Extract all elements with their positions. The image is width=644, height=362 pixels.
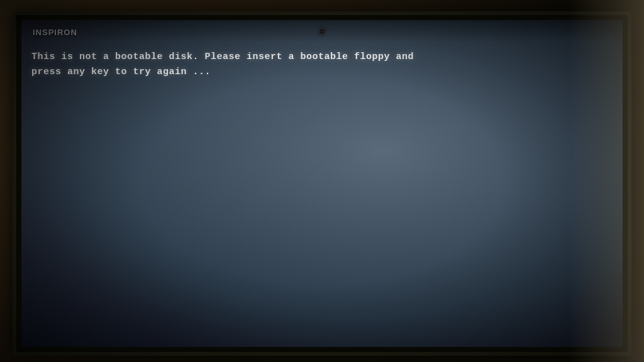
boot-message-line2: press any key to try again ... (31, 65, 613, 80)
laptop-screen: INSPIRON This is not a bootable disk. Pl… (21, 20, 623, 347)
boot-message-line1: This is not a bootable disk. Please inse… (31, 50, 613, 65)
right-decoration (569, 0, 644, 362)
laptop-outer-bezel: INSPIRON This is not a bootable disk. Pl… (13, 11, 631, 356)
webcam-icon (319, 28, 325, 35)
screen-content: This is not a bootable disk. Please inse… (21, 42, 623, 347)
photo-frame: INSPIRON This is not a bootable disk. Pl… (0, 0, 644, 362)
boot-error-message: This is not a bootable disk. Please inse… (31, 50, 613, 80)
brand-label: INSPIRON (33, 28, 77, 37)
top-bar (21, 20, 623, 42)
